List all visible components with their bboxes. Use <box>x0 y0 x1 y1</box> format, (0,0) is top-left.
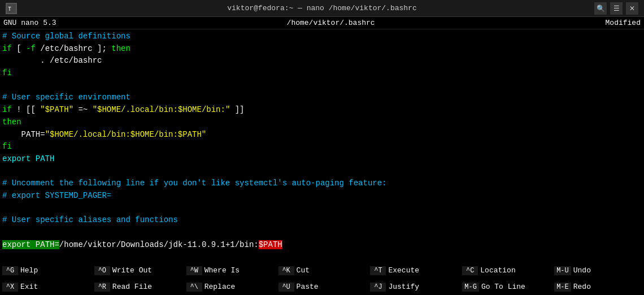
label-cut: Cut <box>297 266 310 275</box>
label-exit: Exit <box>20 283 38 291</box>
line-15 <box>2 202 642 215</box>
label-go-to-line: Go To Line <box>481 283 525 291</box>
search-button[interactable]: 🔍 <box>594 2 607 15</box>
shortcut-exit[interactable]: ^X Exit <box>0 279 92 295</box>
titlebar: T viktor@fedora:~ — nano /home/viktor/.b… <box>0 0 644 17</box>
shortcut-execute[interactable]: ^T Execute <box>368 262 460 279</box>
label-read-file: Read File <box>112 283 152 291</box>
line-2: if [ -f /etc/bashrc ]; then <box>2 43 642 55</box>
line-8: then <box>2 116 642 129</box>
label-undo: Undo <box>573 266 591 275</box>
key-ctrl-x: ^X <box>2 283 18 292</box>
key-ctrl-u: ^U <box>279 283 294 292</box>
modified-indicator: Modified <box>606 19 641 27</box>
path-value: /home/viktor/Downloads/jdk-11.0.9.1+1/bi… <box>59 240 259 249</box>
line-13: # Uncomment the following line if you do… <box>2 177 642 190</box>
shortcut-undo[interactable]: M-U Undo <box>552 262 644 279</box>
label-write-out: Write Out <box>112 266 152 275</box>
shortcut-where-is[interactable]: ^W Where Is <box>184 262 276 279</box>
shortcut-paste[interactable]: ^U Paste <box>276 279 368 295</box>
shortcut-location[interactable]: ^C Location <box>460 262 552 279</box>
title-left: T <box>6 3 17 14</box>
line-5 <box>2 80 642 92</box>
key-ctrl-backslash: ^\ <box>186 283 202 292</box>
line-12 <box>2 166 642 178</box>
nano-version: GNU nano 5.3 <box>3 19 56 27</box>
close-button[interactable]: ✕ <box>626 2 638 15</box>
shortcut-row-1: ^G Help ^O Write Out ^W Where Is ^K Cut … <box>0 262 644 279</box>
menu-button[interactable]: ☰ <box>610 2 623 15</box>
shortcut-justify[interactable]: ^J Justify <box>368 279 460 295</box>
shortcut-replace[interactable]: ^\ Replace <box>184 279 276 295</box>
shortcut-row-2: ^X Exit ^R Read File ^\ Replace ^U Paste… <box>0 279 644 295</box>
file-path: /home/viktor/.bashrc <box>287 19 375 27</box>
label-help: Help <box>20 266 38 275</box>
label-where-is: Where Is <box>204 266 240 275</box>
svg-text:T: T <box>8 6 11 12</box>
key-ctrl-c: ^C <box>462 266 478 275</box>
line-11: export PATH <box>2 153 642 166</box>
window-controls[interactable]: 🔍 ☰ ✕ <box>594 2 638 15</box>
line-4: fi <box>2 67 642 80</box>
key-m-u: M-U <box>554 266 571 275</box>
status-bar: GNU nano 5.3 /home/viktor/.bashrc Modifi… <box>0 17 644 29</box>
line-6: # User specific environment <box>2 92 642 104</box>
export-keyword: export <box>2 240 31 249</box>
shortcut-read-file[interactable]: ^R Read File <box>92 279 184 295</box>
shortcut-redo[interactable]: M-E Redo <box>552 279 644 295</box>
label-location: Location <box>480 266 515 275</box>
shortcut-help[interactable]: ^G Help <box>0 262 92 279</box>
shortcut-go-to-line[interactable]: M-G Go To Line <box>460 279 552 295</box>
line-16: # User specific aliases and functions <box>2 214 642 227</box>
key-ctrl-o: ^O <box>94 266 110 275</box>
window-title: viktor@fedora:~ — nano /home/viktor/.bas… <box>227 4 416 12</box>
key-ctrl-g: ^G <box>2 266 18 275</box>
key-m-e: M-E <box>554 283 571 292</box>
label-paste: Paste <box>297 283 319 291</box>
label-execute: Execute <box>388 266 419 275</box>
equals-sign: = <box>54 240 59 249</box>
line-3: . /etc/bashrc <box>2 55 642 67</box>
key-ctrl-r: ^R <box>94 283 110 292</box>
shortcut-bar: ^G Help ^O Write Out ^W Where Is ^K Cut … <box>0 262 644 295</box>
key-ctrl-t: ^T <box>370 266 386 275</box>
key-ctrl-j: ^J <box>370 283 386 292</box>
key-ctrl-w: ^W <box>186 266 202 275</box>
app-icon: T <box>6 3 17 14</box>
key-m-g: M-G <box>462 283 479 292</box>
key-ctrl-k: ^K <box>279 266 294 275</box>
path-var: $PATH <box>259 240 282 249</box>
shortcut-write-out[interactable]: ^O Write Out <box>92 262 184 279</box>
highlighted-export-line: export PATH=/home/viktor/Downloads/jdk-1… <box>2 239 642 250</box>
label-justify: Justify <box>388 283 419 291</box>
line-17 <box>2 227 642 239</box>
shortcut-cut[interactable]: ^K Cut <box>276 262 368 279</box>
line-1: # Source global definitions <box>2 31 642 43</box>
path-key: PATH <box>31 240 54 249</box>
editor-area[interactable]: # Source global definitions if [ -f /etc… <box>0 29 644 250</box>
line-14: # export SYSTEMD_PAGER= <box>2 190 642 202</box>
line-10: fi <box>2 141 642 153</box>
line-9: PATH="$HOME/.local/bin:$HOME/bin:$PATH" <box>2 129 642 141</box>
label-redo: Redo <box>573 283 591 291</box>
label-replace: Replace <box>204 283 236 291</box>
line-7: if ! [[ "$PATH" =~ "$HOME/.local/bin:$HO… <box>2 104 642 116</box>
